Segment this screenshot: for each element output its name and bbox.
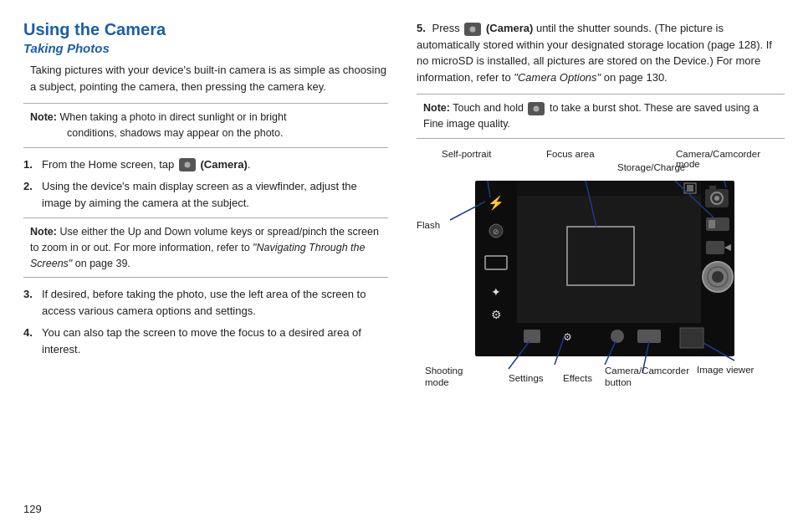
intro-text: Taking pictures with your device's built…	[30, 62, 388, 95]
note-1: Note: When taking a photo in direct sunl…	[23, 103, 388, 148]
note-2-text: Use either the Up and Down volume keys o…	[30, 226, 379, 269]
page-number: 129	[23, 503, 42, 515]
note-2-label: Note:	[30, 226, 57, 238]
label-effects: Effects	[563, 373, 592, 383]
section-title: Taking Photos	[23, 41, 388, 55]
svg-text:⊘: ⊘	[493, 228, 499, 236]
label-camera-camcorder-mode: Camera/Camcordermode	[676, 149, 760, 169]
camera-screen-svg: ⚡ ⊘ ✦ ⚙	[433, 181, 760, 381]
note-3: Note: Touch and hold to take a burst sho…	[417, 94, 785, 139]
note-3-text: Touch and hold to take a burst shot. The…	[423, 102, 759, 130]
label-image-viewer: Image viewer	[697, 365, 754, 375]
label-storage-charge: Storage/Charge	[617, 162, 685, 172]
label-camera-camcorder-button: Camera/Camcorderbutton	[605, 365, 689, 390]
step-1: 1. From the Home screen, tap (Camera).	[23, 156, 388, 173]
step-1-text: From the Home screen, tap (Camera).	[42, 156, 388, 173]
note-1-text: When taking a photo in direct sunlight o…	[59, 111, 286, 123]
step-3-num: 3.	[23, 286, 42, 303]
step-5-num: 5.	[417, 22, 426, 34]
note-1-label: Note:	[30, 111, 57, 123]
camera-diagram: Self-portrait Focus area Camera/Camcorde…	[417, 149, 785, 408]
label-focus-area: Focus area	[546, 149, 595, 159]
svg-point-21	[712, 271, 724, 283]
page-title: Using the Camera	[23, 20, 388, 39]
svg-text:⚙: ⚙	[491, 308, 502, 321]
svg-text:⚡: ⚡	[488, 195, 504, 211]
svg-rect-26	[680, 328, 703, 348]
svg-rect-17	[706, 241, 724, 254]
label-shooting-mode: Shootingmode	[425, 365, 463, 390]
svg-point-14	[714, 196, 719, 201]
svg-rect-27	[517, 181, 701, 196]
step-2-text: Using the device's main display screen a…	[42, 178, 388, 211]
svg-rect-22	[524, 330, 540, 343]
step-1-num: 1.	[23, 156, 42, 173]
step-4-text: You can also tap the screen to move the …	[42, 325, 388, 357]
svg-rect-29	[687, 185, 693, 192]
svg-text:⚙: ⚙	[563, 331, 572, 343]
left-column: Using the Camera Taking Photos Taking pi…	[23, 20, 408, 515]
right-column: 5. Press (Camera) until the shutter soun…	[408, 20, 785, 515]
steps-1-2: 1. From the Home screen, tap (Camera). 2…	[23, 156, 388, 212]
svg-rect-12	[709, 186, 716, 191]
note-2: Note: Use either the Up and Down volume …	[23, 217, 388, 278]
step-3-text: If desired, before taking the photo, use…	[42, 286, 388, 319]
note-3-label: Note:	[423, 102, 450, 114]
svg-rect-25	[637, 330, 661, 343]
svg-rect-3	[517, 323, 701, 356]
svg-rect-16	[708, 220, 715, 228]
step-5: 5. Press (Camera) until the shutter soun…	[417, 20, 785, 85]
svg-point-24	[611, 330, 624, 343]
step-4-num: 4.	[23, 325, 42, 341]
label-settings: Settings	[509, 373, 544, 383]
step-2-num: 2.	[23, 178, 42, 195]
label-self-portrait: Self-portrait	[442, 149, 491, 159]
steps-3-4: 3. If desired, before taking the photo, …	[23, 286, 388, 357]
page: Using the Camera Taking Photos Taking pi…	[0, 0, 798, 532]
svg-text:✦: ✦	[491, 285, 501, 299]
step-2: 2. Using the device's main display scree…	[23, 178, 388, 211]
step-4: 4. You can also tap the screen to move t…	[23, 325, 388, 357]
step-3: 3. If desired, before taking the photo, …	[23, 286, 388, 319]
note-1-text-indent: conditions, shadows may appear on the ph…	[67, 125, 381, 141]
